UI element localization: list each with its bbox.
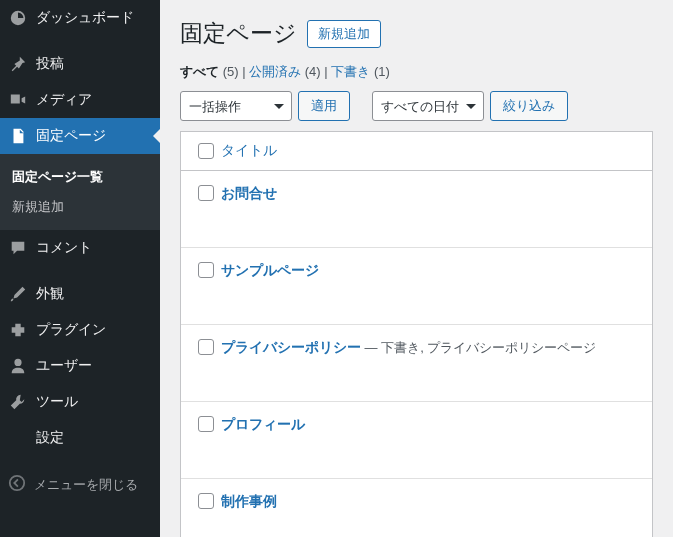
admin-sidebar: ダッシュボード 投稿 メディア 固定ページ 固定ページ一覧 新規追加 コメント … bbox=[0, 0, 160, 537]
filter-published-count: (4) bbox=[305, 64, 321, 79]
sidebar-item-plugins[interactable]: プラグイン bbox=[0, 312, 160, 348]
menu-separator bbox=[0, 266, 160, 276]
collapse-icon bbox=[8, 474, 26, 495]
brush-icon bbox=[8, 284, 28, 304]
row-title[interactable]: プロフィール bbox=[221, 416, 305, 432]
pages-table: タイトル お問合せ サンプルページ プライバシーポリシー — 下書き, プライバ… bbox=[180, 131, 653, 537]
apply-button[interactable]: 適用 bbox=[298, 91, 350, 121]
page-title: 固定ページ bbox=[180, 18, 297, 49]
filter-button[interactable]: 絞り込み bbox=[490, 91, 568, 121]
bulk-action-select[interactable]: 一括操作 bbox=[180, 91, 292, 121]
sidebar-label: 外観 bbox=[36, 285, 64, 303]
sidebar-label: 投稿 bbox=[36, 55, 64, 73]
sidebar-label: ユーザー bbox=[36, 357, 92, 375]
row-checkbox[interactable] bbox=[198, 262, 214, 278]
menu-separator bbox=[0, 456, 160, 466]
filter-published[interactable]: 公開済み bbox=[249, 64, 301, 79]
collapse-label: メニューを閉じる bbox=[34, 476, 138, 494]
row-title[interactable]: お問合せ bbox=[221, 185, 277, 201]
pin-icon bbox=[8, 54, 28, 74]
date-filter-select[interactable]: すべての日付 bbox=[372, 91, 484, 121]
select-all-col bbox=[191, 143, 221, 159]
row-title[interactable]: サンプルページ bbox=[221, 262, 319, 278]
sidebar-label: ダッシュボード bbox=[36, 9, 134, 27]
sliders-icon bbox=[8, 428, 28, 448]
filter-all-count: (5) bbox=[223, 64, 239, 79]
sidebar-label: 固定ページ bbox=[36, 127, 106, 145]
collapse-menu[interactable]: メニューを閉じる bbox=[0, 466, 160, 503]
filter-draft[interactable]: 下書き bbox=[331, 64, 370, 79]
sidebar-submenu: 固定ページ一覧 新規追加 bbox=[0, 154, 160, 230]
table-row: プライバシーポリシー — 下書き, プライバシーポリシーページ bbox=[181, 325, 652, 402]
media-icon bbox=[8, 90, 28, 110]
menu-separator bbox=[0, 36, 160, 46]
sidebar-item-pages[interactable]: 固定ページ bbox=[0, 118, 160, 154]
row-title[interactable]: 制作事例 bbox=[221, 493, 277, 509]
plugin-icon bbox=[8, 320, 28, 340]
row-title[interactable]: プライバシーポリシー bbox=[221, 339, 361, 355]
table-row: 制作事例 bbox=[181, 479, 652, 537]
wrench-icon bbox=[8, 392, 28, 412]
dashboard-icon bbox=[8, 8, 28, 28]
sidebar-label: メディア bbox=[36, 91, 92, 109]
table-header: タイトル bbox=[181, 132, 652, 171]
row-checkbox[interactable] bbox=[198, 339, 214, 355]
sidebar-label: 設定 bbox=[36, 429, 64, 447]
sidebar-label: コメント bbox=[36, 239, 92, 257]
comment-icon bbox=[8, 238, 28, 258]
row-checkbox[interactable] bbox=[198, 493, 214, 509]
submenu-item-page-list[interactable]: 固定ページ一覧 bbox=[0, 162, 160, 192]
user-icon bbox=[8, 356, 28, 376]
sidebar-item-comments[interactable]: コメント bbox=[0, 230, 160, 266]
table-row: プロフィール bbox=[181, 402, 652, 479]
sidebar-label: プラグイン bbox=[36, 321, 106, 339]
table-row: お問合せ bbox=[181, 171, 652, 248]
row-checkbox[interactable] bbox=[198, 416, 214, 432]
bulk-filter-bar: 一括操作 適用 すべての日付 絞り込み bbox=[180, 91, 653, 121]
filter-draft-count: (1) bbox=[374, 64, 390, 79]
sidebar-item-media[interactable]: メディア bbox=[0, 82, 160, 118]
main-content: 固定ページ 新規追加 すべて (5) | 公開済み (4) | 下書き (1) … bbox=[160, 0, 673, 537]
submenu-item-add-new[interactable]: 新規追加 bbox=[0, 192, 160, 222]
sidebar-item-dashboard[interactable]: ダッシュボード bbox=[0, 0, 160, 36]
sidebar-item-posts[interactable]: 投稿 bbox=[0, 46, 160, 82]
sidebar-item-appearance[interactable]: 外観 bbox=[0, 276, 160, 312]
view-filters: すべて (5) | 公開済み (4) | 下書き (1) bbox=[180, 63, 653, 81]
filter-all[interactable]: すべて bbox=[180, 64, 219, 79]
row-state: — 下書き, プライバシーポリシーページ bbox=[361, 340, 596, 355]
sidebar-item-users[interactable]: ユーザー bbox=[0, 348, 160, 384]
row-checkbox[interactable] bbox=[198, 185, 214, 201]
page-header: 固定ページ 新規追加 bbox=[180, 18, 653, 49]
select-all-checkbox[interactable] bbox=[198, 143, 214, 159]
sidebar-item-settings[interactable]: 設定 bbox=[0, 420, 160, 456]
sidebar-item-tools[interactable]: ツール bbox=[0, 384, 160, 420]
table-row: サンプルページ bbox=[181, 248, 652, 325]
svg-point-0 bbox=[10, 476, 24, 490]
add-new-button[interactable]: 新規追加 bbox=[307, 20, 381, 48]
page-icon bbox=[8, 126, 28, 146]
column-title[interactable]: タイトル bbox=[221, 142, 277, 160]
sidebar-label: ツール bbox=[36, 393, 78, 411]
